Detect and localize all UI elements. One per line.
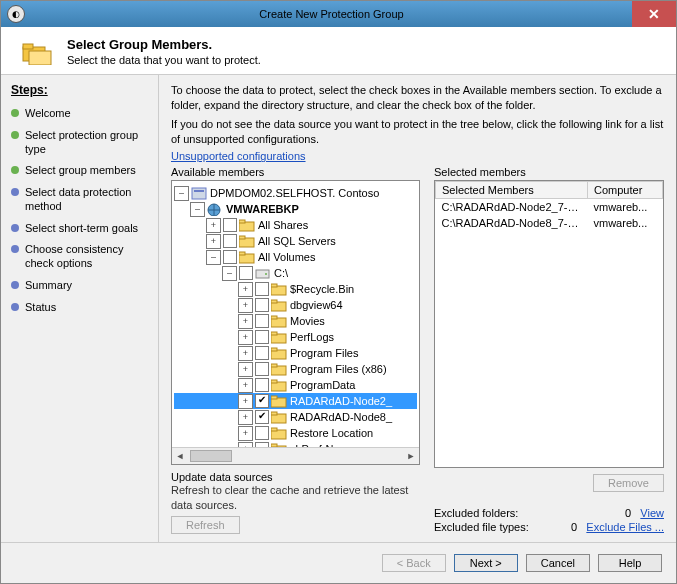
tree-folder[interactable]: +dbgview64 bbox=[174, 297, 417, 313]
tree-folder[interactable]: +PerfLogs bbox=[174, 329, 417, 345]
svg-rect-7 bbox=[239, 220, 245, 223]
tree-folder[interactable]: +Program Files (x86) bbox=[174, 361, 417, 377]
expand-toggle-icon[interactable]: + bbox=[238, 282, 253, 297]
svg-rect-2 bbox=[29, 51, 51, 65]
tree-folder[interactable]: +Restore Location bbox=[174, 425, 417, 441]
steps-heading: Steps: bbox=[11, 83, 148, 97]
tree-folder[interactable]: +Program Files bbox=[174, 345, 417, 361]
scroll-thumb[interactable] bbox=[190, 450, 232, 462]
tree-node-label: RADARdAD-Node2_ bbox=[290, 395, 392, 407]
wizard-window: ◐ Create New Protection Group ✕ Select G… bbox=[0, 0, 677, 584]
tree-node[interactable]: +All Shares bbox=[174, 217, 417, 233]
tree-checkbox[interactable] bbox=[255, 394, 269, 408]
folder-icon bbox=[271, 347, 287, 360]
tree-checkbox[interactable] bbox=[255, 378, 269, 392]
close-button[interactable]: ✕ bbox=[632, 1, 676, 27]
page-subtitle: Select the data that you want to protect… bbox=[67, 54, 261, 66]
view-excluded-folders-link[interactable]: View bbox=[640, 507, 664, 519]
col-selected-members[interactable]: Selected Members bbox=[436, 182, 588, 199]
tree-checkbox[interactable] bbox=[255, 282, 269, 296]
back-button[interactable]: < Back bbox=[382, 554, 446, 572]
tree-folder[interactable]: +ProgramData bbox=[174, 377, 417, 393]
tree-folder[interactable]: +Movies bbox=[174, 313, 417, 329]
footer-buttons: < Back Next > Cancel Help bbox=[1, 542, 676, 583]
cancel-button[interactable]: Cancel bbox=[526, 554, 590, 572]
expand-toggle-icon[interactable]: – bbox=[222, 266, 237, 281]
expand-toggle-icon[interactable]: + bbox=[206, 234, 221, 249]
tree-checkbox[interactable] bbox=[255, 346, 269, 360]
expand-toggle-icon[interactable]: + bbox=[238, 330, 253, 345]
tree-checkbox[interactable] bbox=[223, 250, 237, 264]
step-item[interactable]: Summary bbox=[11, 275, 148, 297]
svg-rect-12 bbox=[256, 270, 269, 278]
expand-toggle-icon[interactable]: – bbox=[190, 202, 205, 217]
tree-checkbox[interactable] bbox=[223, 234, 237, 248]
tree-checkbox[interactable] bbox=[255, 314, 269, 328]
svg-rect-25 bbox=[271, 364, 277, 367]
tree-checkbox[interactable] bbox=[239, 266, 253, 280]
expand-toggle-icon[interactable]: + bbox=[238, 314, 253, 329]
selected-row[interactable]: C:\RADARdAD-Node2_7-26-6-...vmwareb... bbox=[436, 199, 663, 216]
folder-icon bbox=[271, 299, 287, 312]
selected-members-grid[interactable]: Selected Members Computer C:\RADARdAD-No… bbox=[434, 180, 664, 468]
tree-checkbox[interactable] bbox=[223, 218, 237, 232]
tree-node[interactable]: –C:\ bbox=[174, 265, 417, 281]
expand-toggle-icon[interactable]: + bbox=[238, 426, 253, 441]
tree-node[interactable]: –All Volumes bbox=[174, 249, 417, 265]
expand-toggle-icon[interactable]: – bbox=[174, 186, 189, 201]
step-item[interactable]: Choose consistency check options bbox=[11, 239, 148, 275]
selected-members-label: Selected members bbox=[434, 166, 664, 178]
expand-toggle-icon[interactable]: + bbox=[238, 362, 253, 377]
step-item[interactable]: Select data protection method bbox=[11, 182, 148, 218]
step-item[interactable]: Select protection group type bbox=[11, 125, 148, 161]
expand-toggle-icon[interactable]: + bbox=[206, 218, 221, 233]
tree-folder[interactable]: +$Recycle.Bin bbox=[174, 281, 417, 297]
excluded-types-count: 0 bbox=[571, 521, 577, 533]
scroll-right-arrow-icon[interactable]: ► bbox=[403, 448, 419, 464]
excluded-folders-count: 0 bbox=[625, 507, 631, 519]
tree-checkbox[interactable] bbox=[255, 410, 269, 424]
tree-folder[interactable]: +RADARdAD-Node8_ bbox=[174, 409, 417, 425]
tree-checkbox[interactable] bbox=[255, 330, 269, 344]
folder-icon bbox=[271, 443, 287, 448]
server-icon bbox=[191, 187, 207, 200]
remove-button[interactable]: Remove bbox=[593, 474, 664, 492]
selected-path: C:\RADARdAD-Node8_7-26-6-... bbox=[436, 215, 588, 231]
tree-checkbox[interactable] bbox=[255, 426, 269, 440]
tree-node-label: RADARdAD-Node8_ bbox=[290, 411, 392, 423]
expand-toggle-icon[interactable]: + bbox=[238, 394, 253, 409]
tree-vm[interactable]: –VMWAREBKP bbox=[174, 201, 417, 217]
expand-toggle-icon[interactable]: + bbox=[238, 346, 253, 361]
step-item[interactable]: Status bbox=[11, 297, 148, 319]
unsupported-configurations-link[interactable]: Unsupported configurations bbox=[171, 150, 306, 162]
next-button[interactable]: Next > bbox=[454, 554, 518, 572]
selected-path: C:\RADARdAD-Node2_7-26-6-... bbox=[436, 199, 588, 216]
tree-folder[interactable]: +RADARdAD-Node2_ bbox=[174, 393, 417, 409]
expand-toggle-icon[interactable]: – bbox=[206, 250, 221, 265]
scroll-left-arrow-icon[interactable]: ◄ bbox=[172, 448, 188, 464]
expand-toggle-icon[interactable]: + bbox=[238, 298, 253, 313]
col-computer[interactable]: Computer bbox=[588, 182, 663, 199]
expand-toggle-icon[interactable]: + bbox=[238, 378, 253, 393]
folder-group-icon bbox=[21, 39, 53, 65]
exclude-files-link[interactable]: Exclude Files ... bbox=[586, 521, 664, 533]
tree-node-label: DPMDOM02.SELFHOST. Contoso bbox=[210, 187, 379, 199]
tree-node-label: dbgview64 bbox=[290, 299, 343, 311]
tree-node-label: PerfLogs bbox=[290, 331, 334, 343]
available-members-tree[interactable]: –DPMDOM02.SELFHOST. Contoso–VMWAREBKP+Al… bbox=[171, 180, 420, 465]
selected-row[interactable]: C:\RADARdAD-Node8_7-26-6-...vmwareb... bbox=[436, 215, 663, 231]
help-button[interactable]: Help bbox=[598, 554, 662, 572]
refresh-button[interactable]: Refresh bbox=[171, 516, 240, 534]
expand-toggle-icon[interactable]: + bbox=[238, 410, 253, 425]
tree-node[interactable]: +All SQL Servers bbox=[174, 233, 417, 249]
tree-checkbox[interactable] bbox=[255, 362, 269, 376]
folder-icon bbox=[271, 331, 287, 344]
volumes-icon bbox=[239, 251, 255, 264]
step-item[interactable]: Select group members bbox=[11, 160, 148, 182]
tree-horizontal-scrollbar[interactable]: ◄ ► bbox=[172, 447, 419, 464]
tree-checkbox[interactable] bbox=[255, 298, 269, 312]
tree-node-label: All SQL Servers bbox=[258, 235, 336, 247]
tree-root[interactable]: –DPMDOM02.SELFHOST. Contoso bbox=[174, 185, 417, 201]
step-item[interactable]: Welcome bbox=[11, 103, 148, 125]
step-item[interactable]: Select short-term goals bbox=[11, 218, 148, 240]
